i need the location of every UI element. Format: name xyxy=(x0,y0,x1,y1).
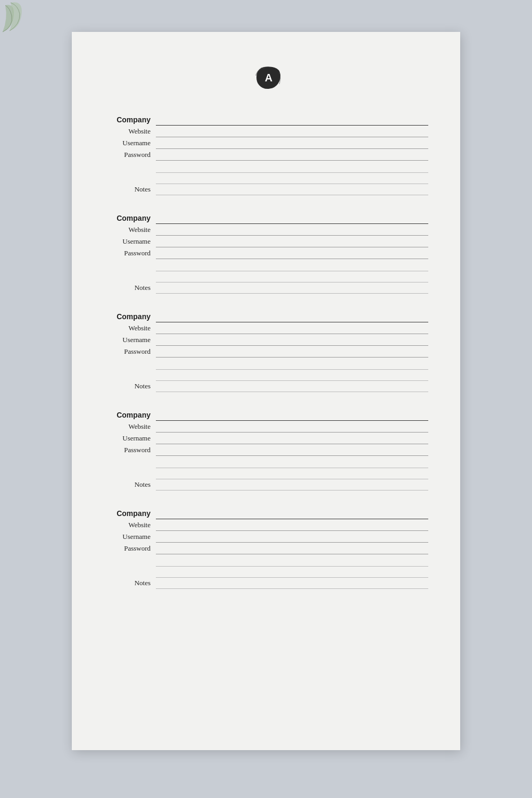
field-row-notes-1: Notes xyxy=(109,162,428,195)
field-label-notes-3: Notes xyxy=(109,382,156,392)
field-label-website-2: Website xyxy=(109,226,156,236)
field-label-website-3: Website xyxy=(109,324,156,334)
field-row-username-2: Username xyxy=(109,236,428,247)
entry-block-5: CompanyWebsiteUsernamePasswordNotes xyxy=(109,508,428,589)
field-label-notes-4: Notes xyxy=(109,480,156,491)
field-line-username-3 xyxy=(156,334,428,346)
field-label-password-4: Password xyxy=(109,446,156,456)
field-row-website-2: Website xyxy=(109,224,428,236)
field-line-username-2 xyxy=(156,236,428,247)
field-row-website-1: Website xyxy=(109,126,428,137)
field-label-username-2: Username xyxy=(109,237,156,247)
notes-line-1-0 xyxy=(156,162,428,173)
field-label-username-5: Username xyxy=(109,533,156,543)
field-row-website-4: Website xyxy=(109,421,428,433)
field-line-password-2 xyxy=(156,247,428,259)
field-row-website-3: Website xyxy=(109,322,428,334)
logo-icon: A xyxy=(254,64,283,93)
field-line-website-5 xyxy=(156,519,428,531)
field-line-password-3 xyxy=(156,346,428,358)
field-row-password-1: Password xyxy=(109,149,428,161)
field-label-username-3: Username xyxy=(109,336,156,346)
entry-block-2: CompanyWebsiteUsernamePasswordNotes xyxy=(109,212,428,294)
field-label-notes-1: Notes xyxy=(109,185,156,195)
field-label-website-4: Website xyxy=(109,422,156,433)
field-row-username-4: Username xyxy=(109,433,428,444)
field-row-password-2: Password xyxy=(109,247,428,259)
leaf-decoration xyxy=(0,0,64,64)
field-line-website-3 xyxy=(156,322,428,334)
notes-lines-3 xyxy=(156,359,428,392)
field-row-notes-2: Notes xyxy=(109,260,428,294)
notes-line-2-0 xyxy=(156,260,428,271)
notes-line-4-0 xyxy=(156,457,428,468)
field-row-company-2: Company xyxy=(109,212,428,224)
field-row-website-5: Website xyxy=(109,519,428,531)
notes-line-4-1 xyxy=(156,468,428,479)
notes-line-3-1 xyxy=(156,370,428,381)
field-line-website-2 xyxy=(156,224,428,236)
field-label-company-3: Company xyxy=(109,312,156,322)
logo-area: A xyxy=(109,64,428,93)
notes-lines-2 xyxy=(156,260,428,294)
field-line-company-4 xyxy=(156,409,428,421)
notes-line-5-2 xyxy=(156,578,428,589)
notes-line-5-1 xyxy=(156,567,428,578)
svg-text:A: A xyxy=(265,72,272,84)
field-label-username-4: Username xyxy=(109,434,156,444)
field-line-password-5 xyxy=(156,543,428,554)
notes-line-4-2 xyxy=(156,479,428,491)
field-line-company-5 xyxy=(156,508,428,519)
field-row-company-5: Company xyxy=(109,508,428,519)
field-label-company-1: Company xyxy=(109,115,156,126)
entries-container: CompanyWebsiteUsernamePasswordNotesCompa… xyxy=(109,114,428,589)
page: A CompanyWebsiteUsernamePasswordNotesCom… xyxy=(72,32,460,750)
entry-block-4: CompanyWebsiteUsernamePasswordNotes xyxy=(109,409,428,491)
field-label-password-1: Password xyxy=(109,151,156,161)
field-line-website-1 xyxy=(156,126,428,137)
field-row-company-4: Company xyxy=(109,409,428,421)
field-line-company-1 xyxy=(156,114,428,126)
field-line-username-1 xyxy=(156,137,428,149)
field-line-password-1 xyxy=(156,149,428,161)
field-label-company-2: Company xyxy=(109,214,156,224)
notes-line-5-0 xyxy=(156,555,428,567)
notes-line-2-2 xyxy=(156,282,428,294)
field-row-notes-3: Notes xyxy=(109,359,428,392)
entry-block-3: CompanyWebsiteUsernamePasswordNotes xyxy=(109,311,428,392)
field-row-company-3: Company xyxy=(109,311,428,322)
field-row-username-3: Username xyxy=(109,334,428,346)
field-row-notes-4: Notes xyxy=(109,457,428,491)
field-line-password-4 xyxy=(156,444,428,456)
field-row-notes-5: Notes xyxy=(109,555,428,589)
field-row-password-5: Password xyxy=(109,543,428,554)
field-label-company-4: Company xyxy=(109,411,156,421)
field-row-username-5: Username xyxy=(109,531,428,543)
field-label-notes-2: Notes xyxy=(109,284,156,294)
field-label-password-2: Password xyxy=(109,249,156,259)
field-label-username-1: Username xyxy=(109,139,156,149)
field-line-username-4 xyxy=(156,433,428,444)
notes-line-1-1 xyxy=(156,173,428,184)
field-label-password-5: Password xyxy=(109,544,156,554)
field-row-password-3: Password xyxy=(109,346,428,358)
field-line-username-5 xyxy=(156,531,428,543)
field-row-username-1: Username xyxy=(109,137,428,149)
field-label-website-1: Website xyxy=(109,127,156,137)
field-line-company-3 xyxy=(156,311,428,322)
entry-block-1: CompanyWebsiteUsernamePasswordNotes xyxy=(109,114,428,195)
field-label-website-5: Website xyxy=(109,521,156,531)
notes-line-3-2 xyxy=(156,381,428,392)
notes-line-2-1 xyxy=(156,271,428,282)
notes-lines-5 xyxy=(156,555,428,589)
field-row-password-4: Password xyxy=(109,444,428,456)
field-line-website-4 xyxy=(156,421,428,433)
field-row-company-1: Company xyxy=(109,114,428,126)
notes-line-1-2 xyxy=(156,184,428,195)
field-line-company-2 xyxy=(156,212,428,224)
notes-line-3-0 xyxy=(156,359,428,370)
notes-lines-4 xyxy=(156,457,428,491)
field-label-password-3: Password xyxy=(109,347,156,358)
field-label-company-5: Company xyxy=(109,509,156,519)
field-label-notes-5: Notes xyxy=(109,579,156,589)
